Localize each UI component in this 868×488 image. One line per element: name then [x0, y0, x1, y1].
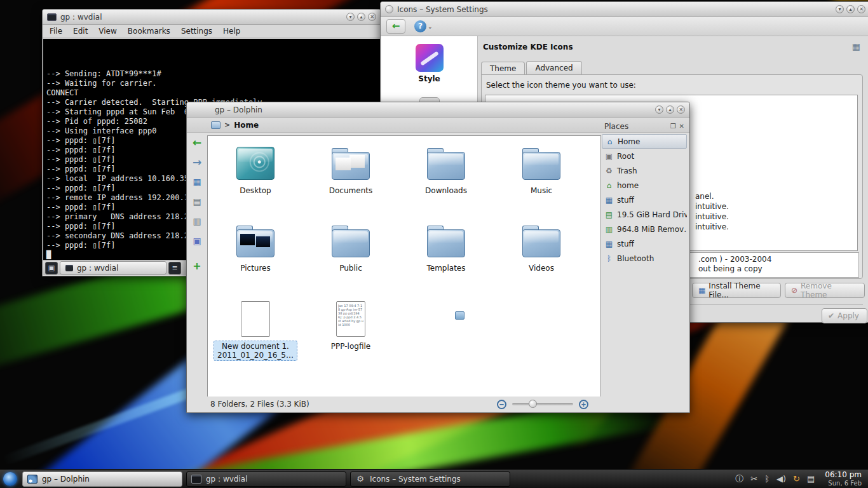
- folder-item[interactable]: Desktop: [208, 145, 303, 216]
- tab-theme[interactable]: Theme: [481, 62, 525, 76]
- bluetooth-icon[interactable]: ᛒ: [764, 474, 770, 484]
- place-label: 19.5 GiB Hard Drive: [617, 210, 687, 219]
- place-label: Root: [617, 152, 634, 161]
- zoom-slider[interactable]: [512, 403, 573, 405]
- taskbar-task[interactable]: gp – Dolphin: [22, 471, 182, 487]
- place-stuff[interactable]: ▦ stuff: [602, 193, 687, 207]
- info-icon[interactable]: ⓘ: [735, 473, 743, 485]
- folder-icon: [235, 145, 276, 182]
- minimize-button[interactable]: ▾: [836, 5, 844, 13]
- klipper-scissors-icon[interactable]: ✂: [750, 474, 757, 484]
- help-button[interactable]: ? ⌄: [414, 20, 433, 32]
- menu-item[interactable]: Bookmarks: [128, 27, 170, 36]
- back-button[interactable]: ←: [386, 19, 405, 34]
- dolphin-window: gp – Dolphin ▾▴✕ > Home ←→▦▤▥▣+ Desktop: [186, 102, 690, 413]
- menu-item[interactable]: Settings: [181, 27, 212, 36]
- folder-label: Templates: [423, 262, 469, 274]
- maximize-button[interactable]: ▴: [357, 13, 365, 21]
- maximize-button[interactable]: ▴: [666, 105, 674, 114]
- folder-item[interactable]: Downloads: [398, 145, 494, 216]
- folder-item[interactable]: Templates: [398, 222, 494, 294]
- float-panel-icon[interactable]: ❐: [670, 123, 676, 130]
- minimize-button[interactable]: ▾: [655, 105, 663, 114]
- folder-icon: [426, 145, 466, 182]
- taskbar-task[interactable]: gp : wvdial: [186, 471, 346, 487]
- help-icon[interactable]: ?: [414, 20, 426, 32]
- place-hard-drive[interactable]: ▤ 19.5 GiB Hard Drive: [602, 207, 687, 222]
- zoom-slider-handle[interactable]: [529, 400, 537, 408]
- place-label: home: [617, 181, 639, 190]
- folder-icon: [211, 121, 220, 129]
- konsole-title: gp : wvdial: [60, 13, 102, 22]
- device-notifier-icon[interactable]: ▤: [807, 474, 815, 484]
- folder-view[interactable]: Desktop Documents Downloads: [207, 135, 601, 398]
- forward-icon[interactable]: →: [189, 155, 205, 170]
- close-button[interactable]: ✕: [677, 105, 685, 114]
- place-icon: ▦: [604, 196, 614, 205]
- folder-label: Documents: [325, 185, 376, 196]
- folder-item[interactable]: Documents: [303, 145, 398, 216]
- file-icon: Jan 17 09:4 7:18 gp-Asp ire-5738 pp pd[1…: [336, 301, 365, 337]
- minimize-button[interactable]: ▾: [346, 13, 355, 21]
- update-notifier-icon[interactable]: ↻: [793, 474, 800, 484]
- menu-item[interactable]: File: [50, 27, 62, 36]
- tab-list-icon[interactable]: ≡: [168, 262, 181, 274]
- maximize-button[interactable]: ▴: [846, 5, 855, 13]
- apply-button[interactable]: ✔ Apply: [822, 308, 867, 323]
- file-label: New document 1.2011_01_20_16_5…: [214, 341, 297, 361]
- menu-item[interactable]: Edit: [73, 27, 88, 36]
- close-panel-icon[interactable]: ✕: [679, 123, 684, 130]
- file-item[interactable]: Jan 17 09:4 7:18 gp-Asp ire-5738 pp pd[1…: [303, 300, 398, 371]
- folder-item[interactable]: Pictures: [208, 222, 303, 294]
- clock[interactable]: 06:10 pm Sun, 6 Feb: [825, 471, 862, 487]
- icons-view-icon[interactable]: ▦: [189, 175, 205, 190]
- place-trash[interactable]: ♻ Trash: [602, 163, 687, 178]
- folder-item[interactable]: Public: [303, 222, 398, 294]
- dolphin-toolbar: ←→▦▤▥▣+: [188, 135, 206, 274]
- volume-icon[interactable]: ◀): [776, 474, 786, 484]
- split-view-icon[interactable]: +: [189, 259, 205, 274]
- category-style[interactable]: Style: [381, 44, 477, 83]
- install-theme-button[interactable]: ▦ Install Theme File...: [692, 283, 781, 298]
- file-icon: [241, 301, 270, 337]
- place-icon: ⌂: [605, 137, 614, 146]
- folder-label: Public: [336, 262, 366, 274]
- tab-advanced[interactable]: Advanced: [526, 61, 581, 75]
- launcher-button[interactable]: [0, 470, 20, 488]
- view-mode-icon[interactable]: ▦: [852, 41, 860, 51]
- place-bluetooth[interactable]: ᛒ Bluetooth: [602, 251, 687, 266]
- settings-titlebar[interactable]: Icons – System Settings ▾▴✕: [381, 2, 868, 17]
- close-button[interactable]: ✕: [857, 5, 865, 13]
- preview-icon[interactable]: ▣: [189, 234, 205, 249]
- window-menu-button[interactable]: [385, 5, 393, 13]
- taskbar: gp – Dolphin gp : wvdial ⚙ Icons – Syste…: [0, 469, 868, 488]
- theme-description-line: out being a copy: [698, 264, 771, 274]
- file-item[interactable]: New document 1.2011_01_20_16_5…: [208, 300, 303, 371]
- place-root[interactable]: ▣ Root: [602, 149, 687, 163]
- remove-theme-button[interactable]: ⊘ Remove Theme: [785, 283, 865, 298]
- zoom-out-icon[interactable]: −: [497, 400, 506, 409]
- new-tab-icon[interactable]: ▣: [45, 262, 58, 274]
- task-label: Icons – System Settings: [370, 475, 461, 484]
- place-home-partition[interactable]: ⌂ home: [602, 178, 687, 193]
- details-view-icon[interactable]: ▤: [189, 194, 205, 210]
- folder-label: Music: [527, 185, 556, 196]
- place-removable-media[interactable]: ▥ 964.8 MiB Remov…: [602, 222, 687, 236]
- back-icon[interactable]: ←: [189, 135, 205, 151]
- dolphin-titlebar[interactable]: gp – Dolphin ▾▴✕: [187, 102, 689, 118]
- place-stuff-2[interactable]: ▦ stuff: [602, 236, 687, 251]
- folder-item[interactable]: Music: [494, 145, 589, 216]
- zoom-in-icon[interactable]: +: [579, 400, 588, 409]
- place-home[interactable]: ⌂ Home: [602, 134, 687, 149]
- taskbar-task[interactable]: ⚙ Icons – System Settings: [350, 471, 510, 487]
- breadcrumb-home[interactable]: Home: [234, 121, 259, 130]
- folder-item[interactable]: Videos: [494, 222, 589, 294]
- konsole-titlebar[interactable]: gp : wvdial ▾▴✕: [43, 10, 381, 25]
- task-label: gp – Dolphin: [42, 475, 90, 484]
- close-button[interactable]: ✕: [368, 13, 376, 21]
- menu-item[interactable]: Help: [223, 27, 240, 36]
- menu-item[interactable]: View: [98, 27, 116, 36]
- place-icon: ▦: [604, 240, 614, 248]
- columns-view-icon[interactable]: ▥: [189, 214, 205, 229]
- konsole-tab[interactable]: gp : wvdial: [60, 261, 166, 274]
